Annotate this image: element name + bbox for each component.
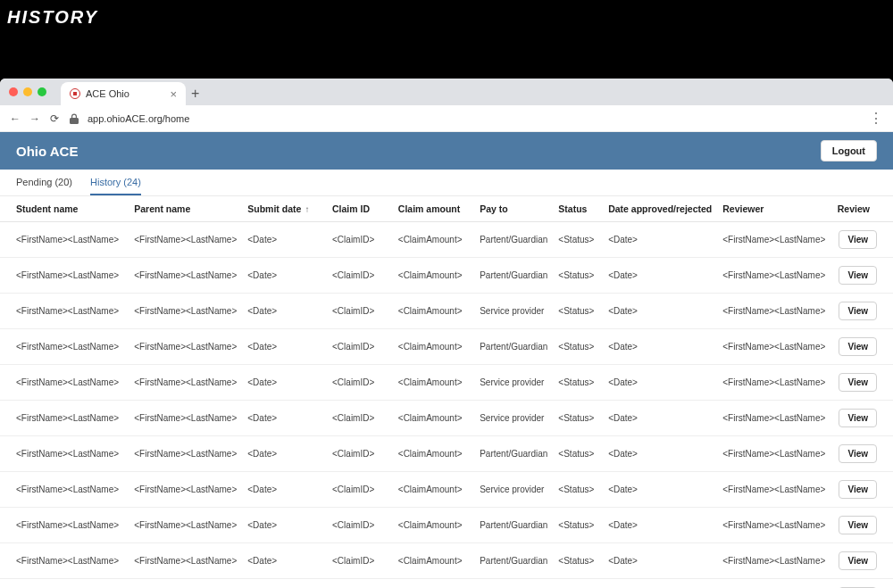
col-amount[interactable]: Claim amount <box>393 196 474 222</box>
new-tab-button[interactable]: + <box>191 86 199 102</box>
col-reviewer[interactable]: Reviewer <box>717 196 831 222</box>
cell-date2: <Date> <box>603 508 717 543</box>
table-header-row: Student name Parent name Submit date↑ Cl… <box>0 196 893 222</box>
cell-date2: <Date> <box>603 329 717 365</box>
cell-submit: <Date> <box>242 436 327 472</box>
tab-pending[interactable]: Pending (20) <box>16 177 72 195</box>
cell-status: <Status> <box>553 258 603 294</box>
app-title: Ohio ACE <box>16 144 78 159</box>
view-button[interactable]: View <box>839 409 877 427</box>
view-button[interactable]: View <box>839 230 877 249</box>
col-claimid[interactable]: Claim ID <box>327 196 393 222</box>
cell-student: <FirstName><LastName> <box>0 294 129 329</box>
cell-parent: <FirstName><LastName> <box>129 472 242 508</box>
close-window-icon[interactable] <box>9 87 18 96</box>
cell-student: <FirstName><LastName> <box>0 258 129 294</box>
col-submit[interactable]: Submit date↑ <box>242 196 327 222</box>
view-button[interactable]: View <box>839 480 877 499</box>
minimize-window-icon[interactable] <box>23 87 32 96</box>
cell-claim_id: <ClaimID> <box>327 329 393 365</box>
view-button[interactable]: View <box>839 516 877 534</box>
cell-amount: <ClaimAmount> <box>393 294 474 329</box>
cell-parent: <FirstName><LastName> <box>129 579 242 589</box>
cell-submit: <Date> <box>242 329 327 365</box>
cell-date2: <Date> <box>603 258 717 294</box>
cell-status: <Status> <box>553 222 603 258</box>
cell-submit: <Date> <box>242 294 327 329</box>
cell-claim_id: <ClaimID> <box>327 436 393 472</box>
window-controls[interactable] <box>9 79 46 105</box>
cell-student: <FirstName><LastName> <box>0 222 129 258</box>
cell-amount: <ClaimAmount> <box>393 472 474 508</box>
col-parent[interactable]: Parent name <box>129 196 242 222</box>
cell-review: View <box>832 579 893 589</box>
view-button[interactable]: View <box>839 266 877 285</box>
cell-student: <FirstName><LastName> <box>0 329 129 365</box>
col-status[interactable]: Status <box>553 196 603 222</box>
cell-student: <FirstName><LastName> <box>0 543 129 579</box>
kebab-menu-icon[interactable]: ⋮ <box>869 110 884 127</box>
cell-claim_id: <ClaimID> <box>327 579 393 589</box>
tab-history[interactable]: History (24) <box>90 177 141 195</box>
cell-parent: <FirstName><LastName> <box>129 365 242 401</box>
table-row: <FirstName><LastName><FirstName><LastNam… <box>0 258 893 294</box>
table-row: <FirstName><LastName><FirstName><LastNam… <box>0 294 893 329</box>
cell-claim_id: <ClaimID> <box>327 222 393 258</box>
close-tab-icon[interactable]: × <box>170 87 177 101</box>
logout-button[interactable]: Logout <box>821 140 877 161</box>
view-button[interactable]: View <box>839 337 877 356</box>
sort-asc-icon: ↑ <box>305 204 309 214</box>
cell-student: <FirstName><LastName> <box>0 401 129 436</box>
col-payto[interactable]: Pay to <box>474 196 553 222</box>
cell-amount: <ClaimAmount> <box>393 543 474 579</box>
cell-claim_id: <ClaimID> <box>327 472 393 508</box>
cell-review: View <box>832 436 893 472</box>
col-date2[interactable]: Date approved/rejected <box>603 196 717 222</box>
browser-tab[interactable]: ACE Ohio × <box>61 82 186 105</box>
cell-claim_id: <ClaimID> <box>327 543 393 579</box>
cell-status: <Status> <box>553 294 603 329</box>
cell-parent: <FirstName><LastName> <box>129 329 242 365</box>
view-button[interactable]: View <box>839 444 877 463</box>
forward-icon[interactable]: → <box>29 112 41 125</box>
content-tabs: Pending (20) History (24) <box>0 170 893 196</box>
view-button[interactable]: View <box>839 551 877 570</box>
browser-frame: ACE Ohio × + ← → ⟳ app.ohioACE.org/home … <box>0 79 893 588</box>
url-text[interactable]: app.ohioACE.org/home <box>88 113 189 124</box>
table-row: <FirstName><LastName><FirstName><LastNam… <box>0 401 893 436</box>
cell-parent: <FirstName><LastName> <box>129 543 242 579</box>
view-button[interactable]: View <box>839 373 877 392</box>
cell-date2: <Date> <box>603 365 717 401</box>
cell-amount: <ClaimAmount> <box>393 329 474 365</box>
cell-student: <FirstName><LastName> <box>0 472 129 508</box>
cell-claim_id: <ClaimID> <box>327 258 393 294</box>
maximize-window-icon[interactable] <box>38 87 46 96</box>
cell-submit: <Date> <box>242 365 327 401</box>
cell-review: View <box>832 222 893 258</box>
cell-amount: <ClaimAmount> <box>393 401 474 436</box>
col-student[interactable]: Student name <box>0 196 129 222</box>
cell-review: View <box>832 543 893 579</box>
cell-review: View <box>832 258 893 294</box>
cell-pay_to: Service provider <box>474 472 553 508</box>
back-icon[interactable]: ← <box>9 112 21 125</box>
cell-status: <Status> <box>553 543 603 579</box>
cell-date2: <Date> <box>603 472 717 508</box>
cell-date2: <Date> <box>603 294 717 329</box>
cell-parent: <FirstName><LastName> <box>129 436 242 472</box>
cell-submit: <Date> <box>242 543 327 579</box>
cell-amount: <ClaimAmount> <box>393 258 474 294</box>
cell-status: <Status> <box>553 365 603 401</box>
cell-submit: <Date> <box>242 222 327 258</box>
favicon-icon <box>70 88 80 99</box>
reload-icon[interactable]: ⟳ <box>48 112 61 125</box>
page-heading: HISTORY <box>7 7 98 28</box>
cell-reviewer: <FirstName><LastName> <box>717 579 831 589</box>
cell-reviewer: <FirstName><LastName> <box>717 508 831 543</box>
cell-status: <Status> <box>553 436 603 472</box>
cell-reviewer: <FirstName><LastName> <box>717 258 831 294</box>
cell-review: View <box>832 401 893 436</box>
cell-date2: <Date> <box>603 401 717 436</box>
view-button[interactable]: View <box>839 302 877 320</box>
table-row: <FirstName><LastName><FirstName><LastNam… <box>0 579 893 589</box>
